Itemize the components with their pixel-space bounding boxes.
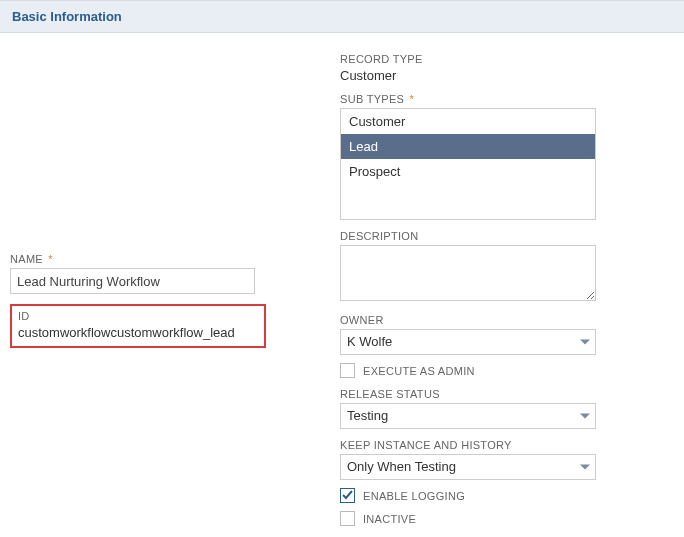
execute-as-admin-label: EXECUTE AS ADMIN xyxy=(363,365,475,377)
execute-as-admin-checkbox[interactable] xyxy=(340,363,355,378)
right-column: RECORD TYPE Customer SUB TYPES * Custome… xyxy=(340,43,650,526)
keep-instance-select[interactable]: Only When Testing xyxy=(340,454,596,480)
sub-types-label: SUB TYPES xyxy=(340,93,404,105)
id-label: ID xyxy=(18,310,258,322)
record-type-value: Customer xyxy=(340,68,650,83)
description-textarea[interactable] xyxy=(340,245,596,301)
sub-types-option[interactable]: Prospect xyxy=(341,159,595,184)
enable-logging-label: ENABLE LOGGING xyxy=(363,490,465,502)
release-status-label: RELEASE STATUS xyxy=(340,388,650,400)
checkmark-icon xyxy=(342,490,353,501)
owner-select-wrap: K Wolfe xyxy=(340,329,596,355)
sub-types-option[interactable]: Customer xyxy=(341,109,595,134)
release-status-select[interactable]: Testing xyxy=(340,403,596,429)
required-asterisk-icon: * xyxy=(48,253,53,265)
release-status-select-wrap: Testing xyxy=(340,403,596,429)
section-header: Basic Information xyxy=(0,0,684,33)
name-input[interactable] xyxy=(10,268,255,294)
owner-label: OWNER xyxy=(340,314,650,326)
record-type-label: RECORD TYPE xyxy=(340,53,650,65)
execute-as-admin-row: EXECUTE AS ADMIN xyxy=(340,363,650,378)
owner-select[interactable]: K Wolfe xyxy=(340,329,596,355)
id-value: customworkflowcustomworkflow_lead xyxy=(18,325,258,340)
keep-instance-label: KEEP INSTANCE AND HISTORY xyxy=(340,439,650,451)
name-label-row: NAME * xyxy=(10,253,320,265)
inactive-label: INACTIVE xyxy=(363,513,416,525)
name-label: NAME xyxy=(10,253,43,265)
section-title: Basic Information xyxy=(12,9,122,24)
enable-logging-row: ENABLE LOGGING xyxy=(340,488,650,503)
required-asterisk-icon: * xyxy=(410,93,415,105)
left-column: NAME * ID customworkflowcustomworkflow_l… xyxy=(10,43,340,526)
description-label: DESCRIPTION xyxy=(340,230,650,242)
id-highlight-box: ID customworkflowcustomworkflow_lead xyxy=(10,304,266,348)
form-body: NAME * ID customworkflowcustomworkflow_l… xyxy=(0,33,684,536)
inactive-row: INACTIVE xyxy=(340,511,650,526)
enable-logging-checkbox[interactable] xyxy=(340,488,355,503)
keep-instance-select-wrap: Only When Testing xyxy=(340,454,596,480)
inactive-checkbox[interactable] xyxy=(340,511,355,526)
sub-types-label-row: SUB TYPES * xyxy=(340,93,650,105)
sub-types-listbox[interactable]: CustomerLeadProspect xyxy=(340,108,596,220)
sub-types-option[interactable]: Lead xyxy=(341,134,595,159)
